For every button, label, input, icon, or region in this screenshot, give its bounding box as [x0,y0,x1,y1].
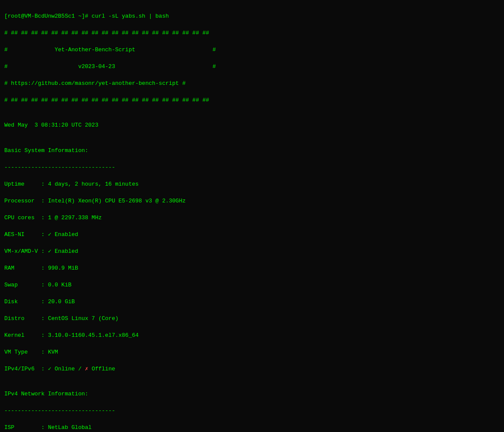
uptime-line: Uptime : 4 days, 2 hours, 16 minutes [4,181,139,187]
disk-line: Disk : 20.0 GiB [4,298,75,305]
ipv4-divider: --------------------------------- [4,407,115,414]
header-line-4: # https://github.com/masonr/yet-another-… [4,80,186,87]
header-line-1: # ## ## ## ## ## ## ## ## ## ## ## ## ##… [4,30,209,36]
ipv4ipv6-line: IPv4/IPv6 : ✓ Online / ✗ Offline [4,366,115,372]
header-line-5: # ## ## ## ## ## ## ## ## ## ## ## ## ##… [4,97,209,103]
vm-type-line: VM Type : KVM [4,349,58,355]
header-line-2: # Yet-Another-Bench-Script # [4,47,216,53]
ram-line: RAM : 990.9 MiB [4,265,78,271]
basic-system-header: Basic System Information: [4,147,88,154]
initial-prompt: [root@VM-BcdUnw2B5Sc1 ~]# curl -sL yabs.… [4,13,169,19]
basic-system-divider: --------------------------------- [4,164,115,171]
isp-line: ISP : NetLab Global [4,424,92,431]
kernel-line: Kernel : 3.10.0-1160.45.1.el7.x86_64 [4,332,139,339]
terminal-output: [root@VM-BcdUnw2B5Sc1 ~]# curl -sL yabs.… [4,3,500,432]
processor-line: Processor : Intel(R) Xeon(R) CPU E5-2698… [4,198,186,204]
header-line-3: # v2023-04-23 # [4,63,216,70]
vm-amd-line: VM-x/AMD-V : ✓ Enabled [4,248,78,255]
swap-line: Swap : 0.0 KiB [4,282,71,288]
aes-ni-line: AES-NI : ✓ Enabled [4,231,78,238]
datetime-line: Wed May 3 08:31:20 UTC 2023 [4,122,98,128]
cpu-cores-line: CPU cores : 1 @ 2297.338 MHz [4,214,102,221]
distro-line: Distro : CentOS Linux 7 (Core) [4,315,118,322]
ipv4-header: IPv4 Network Information: [4,391,88,397]
